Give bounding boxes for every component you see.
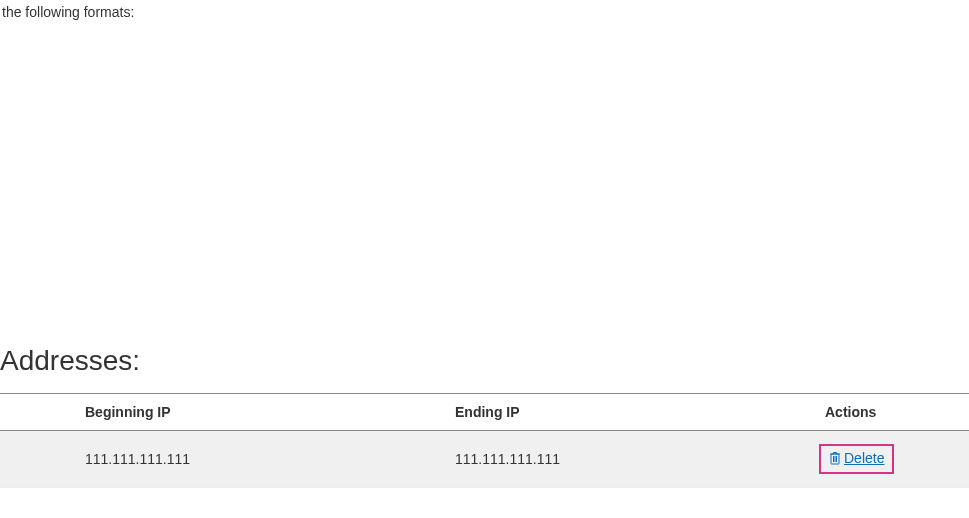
col-header-ending-ip: Ending IP	[455, 394, 825, 431]
intro-text-fragment: the following formats:	[0, 0, 969, 20]
col-header-beginning-ip: Beginning IP	[0, 394, 455, 431]
table-row: 111.111.111.111 111.111.111.111	[0, 431, 969, 488]
delete-label: Delete	[844, 450, 884, 466]
trash-icon	[829, 451, 841, 465]
cell-actions: Delete	[825, 431, 969, 488]
ip-addresses-table: Beginning IP Ending IP Actions 111.111.1…	[0, 393, 969, 488]
table-header-row: Beginning IP Ending IP Actions	[0, 394, 969, 431]
cell-beginning-ip: 111.111.111.111	[0, 431, 455, 488]
cell-ending-ip: 111.111.111.111	[455, 431, 825, 488]
delete-highlight-box: Delete	[819, 444, 894, 474]
addresses-heading: Addresses:	[0, 345, 969, 385]
col-header-actions: Actions	[825, 394, 969, 431]
delete-button[interactable]: Delete	[829, 450, 884, 466]
addresses-section: Addresses: Beginning IP Ending IP Action…	[0, 345, 969, 488]
